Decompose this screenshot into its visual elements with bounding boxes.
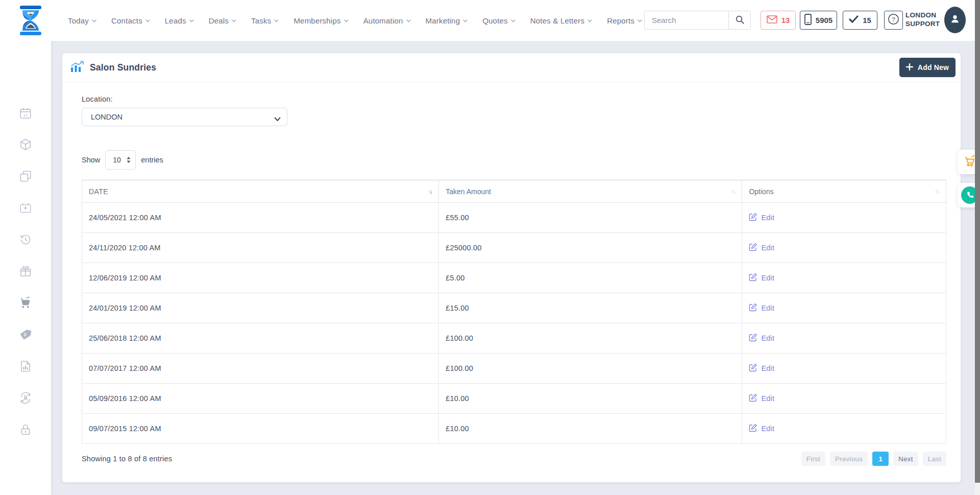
checkmark-icon [849, 15, 859, 25]
nav-item-label: Reports [607, 16, 634, 25]
avatar[interactable] [944, 7, 966, 33]
plus-icon [906, 63, 913, 72]
column-header-date[interactable]: DATE↑↓ [82, 180, 439, 203]
search-button[interactable] [728, 11, 750, 29]
chevron-down-icon [463, 19, 468, 22]
add-new-button[interactable]: Add New [899, 58, 955, 77]
scrollbar-thumb[interactable] [975, 0, 980, 483]
edit-pencil-icon [749, 423, 757, 434]
calls-count: 5905 [816, 16, 832, 25]
person-icon [949, 13, 961, 27]
table-row: 07/07/2017 12:00 AM £100.00 Edit [82, 353, 946, 384]
location-select[interactable]: LONDON [82, 108, 287, 126]
gift-icon[interactable] [19, 265, 32, 278]
pagination-1[interactable]: 1 [872, 452, 889, 466]
user-sync-icon[interactable] [19, 391, 32, 405]
report-chart-icon[interactable] [19, 360, 32, 373]
table-row: 12/06/2019 12:00 AM £5.00 Edit [82, 263, 946, 293]
lock-icon[interactable] [19, 423, 32, 436]
nav-item-automation[interactable]: Automation [363, 16, 411, 25]
edit-link[interactable]: Edit [749, 303, 774, 313]
date-cell: 05/09/2016 12:00 AM [82, 384, 439, 414]
calendar-checkin-icon[interactable] [19, 201, 32, 215]
nav-item-quotes[interactable]: Quotes [482, 16, 516, 25]
entries-per-page-select[interactable]: 10 [105, 150, 136, 170]
nav-item-deals[interactable]: Deals [209, 16, 236, 25]
chevron-down-icon [189, 19, 194, 22]
location-select-wrap: LONDON [82, 108, 287, 126]
pagination-previous[interactable]: Previous [830, 452, 868, 466]
chevron-down-icon [92, 19, 96, 22]
edit-link[interactable]: Edit [749, 423, 774, 434]
chevron-down-icon [511, 19, 516, 22]
nav-item-label: Tasks [251, 16, 271, 25]
table-row: 24/05/2021 12:00 AM £55.00 Edit [82, 203, 946, 233]
pagination-first[interactable]: First [801, 452, 825, 466]
edit-link[interactable]: Edit [749, 393, 774, 404]
mobile-phone-icon [804, 14, 812, 27]
search-input[interactable] [645, 11, 728, 29]
history-icon[interactable] [19, 233, 32, 246]
edit-pencil-icon [749, 363, 757, 373]
nav-item-tasks[interactable]: Tasks [251, 16, 279, 25]
table-header-row: DATE↑↓ Taken Amount↑↓ Options↑↓ [82, 180, 946, 203]
package-icon[interactable] [19, 138, 32, 151]
sort-icon: ↑↓ [427, 188, 431, 195]
table-footer: Showing 1 to 8 of 8 entries First Previo… [82, 452, 946, 466]
amount-cell: £5.00 [439, 263, 742, 293]
entries-label: entries [141, 156, 163, 164]
nav-item-leads[interactable]: Leads [165, 16, 194, 25]
svg-text:?: ? [892, 16, 895, 22]
left-sidebar: 12 $ [0, 41, 51, 495]
pagination-last[interactable]: Last [923, 452, 946, 466]
nav-item-notes-letters[interactable]: Notes & Letters [530, 16, 592, 25]
tasks-button[interactable]: 15 [843, 11, 877, 30]
amount-cell: £25000.00 [439, 233, 742, 263]
hourglass-logo[interactable] [18, 6, 43, 35]
nav-item-today[interactable]: Today [68, 16, 96, 25]
nav-item-contacts[interactable]: Contacts [111, 16, 150, 25]
chart-increasing-icon [70, 61, 84, 75]
calls-button[interactable]: 5905 [800, 11, 837, 30]
edit-link[interactable]: Edit [749, 213, 774, 223]
messages-button[interactable]: 13 [761, 11, 796, 30]
chevron-down-icon [638, 19, 642, 22]
edit-pencil-icon [749, 213, 757, 223]
chevron-down-icon [232, 19, 236, 22]
salon-sundries-card: Salon Sundries Add New Location: LONDON [62, 53, 961, 482]
edit-link[interactable]: Edit [749, 243, 774, 253]
nav-item-label: Today [68, 16, 89, 25]
edit-link[interactable]: Edit [749, 333, 774, 343]
price-tag-icon[interactable]: $ [19, 328, 32, 341]
layers-icon[interactable] [19, 170, 32, 183]
sort-icon: ↑↓ [730, 188, 734, 195]
nav-item-memberships[interactable]: Memberships [293, 16, 348, 25]
table-row: 25/06/2018 12:00 AM £100.00 Edit [82, 323, 946, 353]
chevron-down-icon [274, 19, 279, 22]
help-button[interactable]: ? [884, 11, 903, 30]
amount-cell: £100.00 [439, 353, 742, 384]
svg-text:12: 12 [23, 113, 28, 117]
column-header-options[interactable]: Options↑↓ [742, 180, 946, 203]
content-area: Salon Sundries Add New Location: LONDON [51, 41, 980, 495]
pagination-next[interactable]: Next [893, 452, 918, 466]
date-cell: 24/05/2021 12:00 AM [82, 203, 439, 233]
edit-link[interactable]: Edit [749, 273, 774, 283]
table-body: 24/05/2021 12:00 AM £55.00 Edit 24/11/20… [82, 203, 946, 444]
scrollbar-track[interactable] [975, 0, 980, 495]
date-cell: 24/11/2020 12:00 AM [82, 233, 439, 263]
sort-icon: ↑↓ [935, 188, 939, 195]
top-bar: Today Contacts Leads Deals Tasks [0, 0, 980, 41]
calendar-icon[interactable]: 12 [19, 107, 32, 120]
page-title: Salon Sundries [70, 61, 156, 75]
pagination: First Previous 1 Next Last [801, 452, 946, 466]
nav-item-marketing[interactable]: Marketing [426, 16, 468, 25]
sundries-table: DATE↑↓ Taken Amount↑↓ Options↑↓ 24/05/20… [82, 180, 946, 444]
nav-item-reports[interactable]: Reports [607, 16, 642, 25]
column-header-taken-amount[interactable]: Taken Amount↑↓ [439, 180, 742, 203]
tasks-count: 15 [863, 16, 871, 25]
nav-item-label: Leads [165, 16, 186, 25]
edit-link[interactable]: Edit [749, 363, 774, 373]
account-name: LONDON SUPPORT [905, 11, 944, 29]
cart-icon[interactable] [19, 296, 32, 310]
